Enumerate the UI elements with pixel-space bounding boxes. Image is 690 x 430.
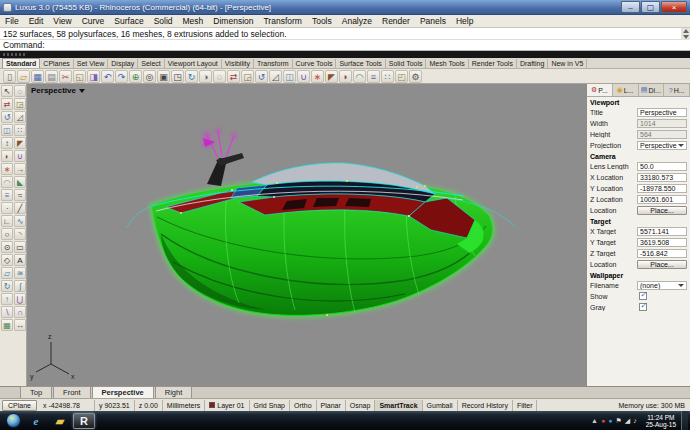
tb-zoom-window-icon[interactable]: ▣: [157, 70, 170, 83]
projection-dropdown[interactable]: Perspective: [637, 141, 687, 150]
side-split-icon[interactable]: ◗: [1, 150, 13, 162]
scroll-down-icon[interactable]: [683, 35, 689, 39]
tray-tray-app-blue-icon[interactable]: ●: [608, 417, 612, 424]
tray-action-center-icon[interactable]: ⚑: [615, 417, 621, 425]
side-arc-icon[interactable]: ◝: [14, 228, 26, 240]
side-boolean-intersection-icon[interactable]: ∩: [14, 306, 26, 318]
status-pane-planar[interactable]: Planar: [317, 400, 346, 411]
menu-surface[interactable]: Surface: [109, 16, 148, 26]
tb-zoom-extents-icon[interactable]: ◳: [171, 70, 184, 83]
taskbar-explorer-icon[interactable]: ▰: [49, 413, 71, 429]
side-sweep-icon[interactable]: ∫: [14, 280, 26, 292]
toolbar-tab-transform[interactable]: Transform: [254, 59, 293, 68]
menu-dimension[interactable]: Dimension: [208, 16, 258, 26]
tb-zoom-dynamic-icon[interactable]: ◎: [143, 70, 156, 83]
panel-tab-help[interactable]: ? H...: [664, 84, 690, 96]
toolbar-tab-drafting[interactable]: Drafting: [517, 59, 549, 68]
tb-shaded-view-icon[interactable]: ◑: [199, 70, 212, 83]
side-rotate-icon[interactable]: ↺: [1, 111, 13, 123]
clock[interactable]: 11:24 PM 25-Aug-15: [641, 414, 681, 428]
panel-tab-layers[interactable]: ◉ L...: [613, 84, 639, 96]
side-line-icon[interactable]: ╱: [14, 202, 26, 214]
menu-solid[interactable]: Solid: [149, 16, 178, 26]
side-select-arrow-icon[interactable]: ↖: [1, 85, 13, 97]
toolbar-tab-set-view[interactable]: Set View: [74, 59, 109, 68]
viewport-tab-top[interactable]: Top: [20, 386, 52, 398]
status-pane-ortho[interactable]: Ortho: [290, 400, 317, 411]
tb-group-icon[interactable]: ◰: [395, 70, 408, 83]
close-button[interactable]: ×: [661, 1, 687, 13]
toolbar-tab-render-tools[interactable]: Render Tools: [469, 59, 517, 68]
minimize-button[interactable]: –: [621, 1, 640, 13]
x-location-field[interactable]: 33180.573: [637, 173, 687, 182]
toolbar-tab-visibility[interactable]: Visibility: [222, 59, 254, 68]
toolbar-tab-new-in-v5[interactable]: New in V5: [548, 59, 587, 68]
side-circle-icon[interactable]: ○: [1, 228, 13, 240]
tb-paste-icon[interactable]: ◨: [87, 70, 100, 83]
command-history-scrollbar[interactable]: [681, 28, 690, 40]
side-ellipse-icon[interactable]: ⊙: [1, 241, 13, 253]
tb-join-icon[interactable]: ∪: [297, 70, 310, 83]
side-offset-icon[interactable]: ≡: [1, 189, 13, 201]
tb-rotate-icon[interactable]: ↺: [255, 70, 268, 83]
target-place-button[interactable]: Place...: [637, 260, 687, 269]
tb-mirror-icon[interactable]: ◫: [283, 70, 296, 83]
x-target-field[interactable]: 5571.141: [637, 227, 687, 236]
side-text-tool-icon[interactable]: A: [14, 254, 26, 266]
tb-undo-icon[interactable]: ↶: [101, 70, 114, 83]
side-mesh-tool-icon[interactable]: ▦: [1, 319, 13, 331]
wallpaper-gray-checkbox[interactable]: [639, 303, 647, 311]
z-location-field[interactable]: 10051.601: [637, 195, 687, 204]
maximize-button[interactable]: ▢: [641, 1, 660, 13]
side-lasso-select-icon[interactable]: ◌: [14, 85, 26, 97]
lens-length-field[interactable]: 50.0: [637, 162, 687, 171]
units-display[interactable]: Millimeters: [163, 400, 205, 411]
section-viewport-header[interactable]: Viewport: [587, 97, 690, 107]
tb-open-file-icon[interactable]: ▱: [17, 70, 30, 83]
side-mirror-icon[interactable]: ◫: [1, 124, 13, 136]
tb-split-icon[interactable]: ◗: [339, 70, 352, 83]
side-boolean-union-icon[interactable]: ⋃: [14, 293, 26, 305]
side-explode-icon[interactable]: ∗: [1, 163, 13, 175]
side-extend-icon[interactable]: →: [14, 163, 26, 175]
z-target-field[interactable]: -516.842: [637, 249, 687, 258]
section-target-header[interactable]: Target: [587, 216, 690, 226]
toolbar-tab-select[interactable]: Select: [138, 59, 164, 68]
cplane-button[interactable]: CPlane: [2, 400, 37, 411]
side-move-icon[interactable]: ⇄: [1, 98, 13, 110]
side-extrude-icon[interactable]: ↑: [1, 293, 13, 305]
taskbar-rhino-icon[interactable]: R: [73, 413, 95, 429]
tb-copy-icon[interactable]: ◱: [73, 70, 86, 83]
scroll-up-icon[interactable]: [683, 29, 689, 33]
side-curve-icon[interactable]: ∿: [14, 215, 26, 227]
tb-offset-icon[interactable]: ≡: [367, 70, 380, 83]
side-polyline-icon[interactable]: ∟: [1, 215, 13, 227]
menu-render[interactable]: Render: [377, 16, 415, 26]
side-boolean-difference-icon[interactable]: ∖: [1, 306, 13, 318]
tb-rotate-view-icon[interactable]: ↻: [185, 70, 198, 83]
toolbar-tab-viewport-layout[interactable]: Viewport Layout: [165, 59, 222, 68]
toolbar-tab-cplanes[interactable]: CPlanes: [40, 59, 73, 68]
side-surface-icon[interactable]: ▱: [1, 267, 13, 279]
side-scale-icon[interactable]: ◿: [14, 111, 26, 123]
toolbar-tab-curve-tools[interactable]: Curve Tools: [293, 59, 337, 68]
toolbar-tab-standard[interactable]: Standard: [2, 58, 40, 68]
viewport-title-menu[interactable]: Perspective: [31, 86, 85, 95]
menu-analyze[interactable]: Analyze: [337, 16, 377, 26]
status-pane-gumball[interactable]: Gumball: [423, 400, 458, 411]
side-polygon-icon[interactable]: ◇: [1, 254, 13, 266]
current-layer-indicator[interactable]: Layer 01: [205, 400, 249, 411]
y-target-field[interactable]: 3619.508: [637, 238, 687, 247]
side-dimension-tool-icon[interactable]: ↔: [14, 319, 26, 331]
side-rectangle-icon[interactable]: ▭: [14, 241, 26, 253]
menu-view[interactable]: View: [48, 16, 76, 26]
menu-help[interactable]: Help: [451, 16, 478, 26]
tb-array-icon[interactable]: ∷: [381, 70, 394, 83]
menu-mesh[interactable]: Mesh: [178, 16, 209, 26]
tray-hidden-icons-chevron[interactable]: ▲: [591, 417, 598, 424]
tb-move-icon[interactable]: ⇄: [227, 70, 240, 83]
tb-save-icon[interactable]: ▦: [31, 70, 44, 83]
side-chamfer-icon[interactable]: ◣: [14, 176, 26, 188]
start-button[interactable]: [6, 413, 21, 428]
tb-print-icon[interactable]: ▤: [45, 70, 58, 83]
